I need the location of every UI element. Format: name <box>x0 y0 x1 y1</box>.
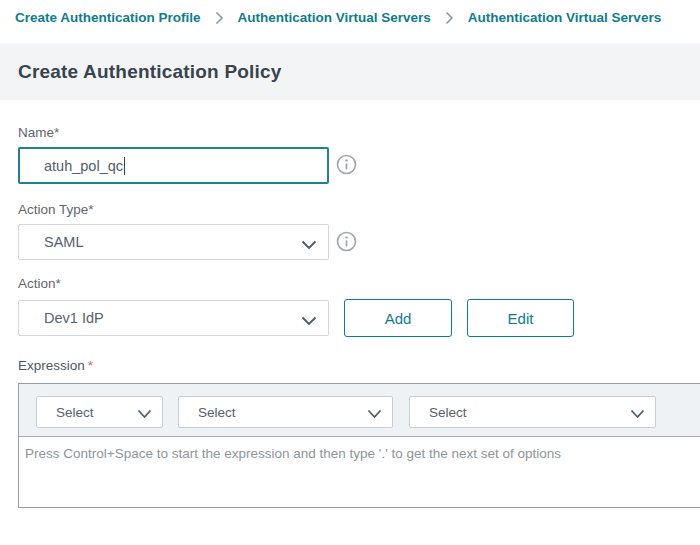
breadcrumb-item-authentication-virtual-servers-2[interactable]: Authentication Virtual Servers <box>468 10 661 25</box>
title-bar: Create Authentication Policy <box>0 43 700 100</box>
name-input-value: atuh_pol_qc <box>44 158 123 174</box>
required-asterisk: * <box>88 358 93 373</box>
expression-label-text: Expression <box>18 358 85 373</box>
expression-select-2[interactable]: Select <box>178 396 393 428</box>
name-input[interactable]: atuh_pol_qc <box>18 147 329 184</box>
info-icon[interactable] <box>336 231 357 256</box>
add-button[interactable]: Add <box>344 299 452 337</box>
breadcrumb: Create Authentication Profile Authentica… <box>15 10 700 25</box>
action-type-selected-value: SAML <box>44 234 84 250</box>
text-caret <box>124 157 125 175</box>
action-type-label: Action Type* <box>18 202 94 218</box>
expression-builder: Select Select Select <box>18 383 700 508</box>
expression-builder-toolbar: Select Select Select <box>19 384 700 437</box>
chevron-down-icon <box>301 237 317 253</box>
expression-input[interactable] <box>19 437 700 507</box>
expression-select-3-value: Select <box>429 405 467 420</box>
info-icon[interactable] <box>336 154 357 179</box>
chevron-down-icon <box>630 407 645 422</box>
action-select[interactable]: Dev1 IdP <box>18 300 329 336</box>
breadcrumb-item-create-authentication-profile[interactable]: Create Authentication Profile <box>15 10 201 25</box>
edit-button[interactable]: Edit <box>467 299 574 337</box>
expression-select-3[interactable]: Select <box>409 396 656 428</box>
action-label: Action* <box>18 276 61 292</box>
chevron-right-icon <box>445 11 454 25</box>
page-title: Create Authentication Policy <box>18 61 282 83</box>
expression-label: Expression* <box>18 358 93 374</box>
chevron-down-icon <box>301 313 317 329</box>
action-selected-value: Dev1 IdP <box>44 310 104 326</box>
action-type-select[interactable]: SAML <box>18 224 329 260</box>
expression-select-1[interactable]: Select <box>36 396 163 428</box>
chevron-right-icon <box>215 11 224 25</box>
expression-select-2-value: Select <box>198 405 236 420</box>
chevron-down-icon <box>367 407 382 422</box>
breadcrumb-item-authentication-virtual-servers[interactable]: Authentication Virtual Servers <box>238 10 431 25</box>
chevron-down-icon <box>137 407 152 422</box>
name-label: Name* <box>18 125 59 141</box>
expression-select-1-value: Select <box>56 405 94 420</box>
